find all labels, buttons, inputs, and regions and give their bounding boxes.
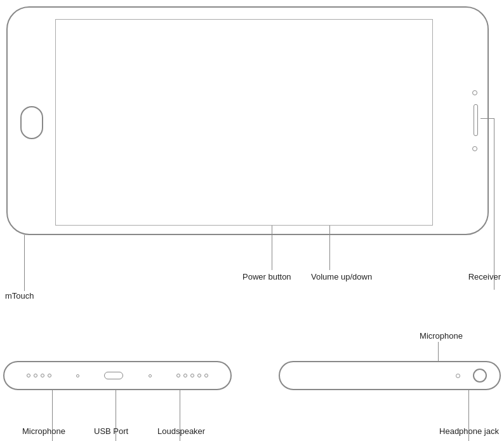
microphone-right-label: Microphone — [420, 331, 463, 341]
phone-body — [6, 6, 489, 235]
receiver-h-line — [481, 118, 494, 119]
mic-hole — [456, 374, 460, 378]
dot6 — [183, 374, 187, 377]
diagram-container: mTouch Power button Volume up/down Recei… — [0, 0, 504, 441]
headphone-jack-shape — [473, 369, 487, 383]
mic-right-anno-line — [438, 342, 439, 361]
dot2 — [34, 374, 37, 377]
usb-port-label: USB Port — [94, 426, 128, 436]
dot9 — [204, 374, 208, 377]
right-indicator-top — [472, 90, 477, 95]
mtouch-anno-line — [24, 235, 25, 291]
volume-label: Volume up/down — [311, 272, 372, 282]
loudspeaker-label: Loudspeaker — [157, 426, 205, 436]
mtouch-button — [20, 106, 43, 139]
receiver-v-line — [494, 118, 494, 290]
power-button-label: Power button — [242, 272, 291, 282]
headphone-jack-label: Headphone jack — [439, 426, 499, 436]
dot3 — [41, 374, 44, 377]
right-side-button — [474, 104, 478, 136]
dot7 — [190, 374, 194, 377]
small-dot-left — [76, 374, 79, 377]
power-anno-line — [272, 226, 272, 270]
usb-port-shape — [104, 372, 123, 379]
dots-right — [176, 374, 208, 377]
phone-screen — [55, 19, 433, 226]
small-dot-right — [149, 374, 152, 377]
mtouch-label: mTouch — [5, 291, 34, 301]
right-indicator-bottom — [472, 146, 477, 151]
dot4 — [48, 374, 51, 377]
bottom-bar-right — [279, 361, 501, 390]
dot8 — [197, 374, 201, 377]
microphone-bottom-label: Microphone — [22, 426, 65, 436]
dot5 — [176, 374, 180, 377]
receiver-label: Receiver — [468, 272, 501, 282]
dot1 — [27, 374, 30, 377]
dots-left — [27, 374, 51, 377]
volume-anno-line — [329, 226, 330, 270]
bottom-bar-left — [3, 361, 232, 390]
